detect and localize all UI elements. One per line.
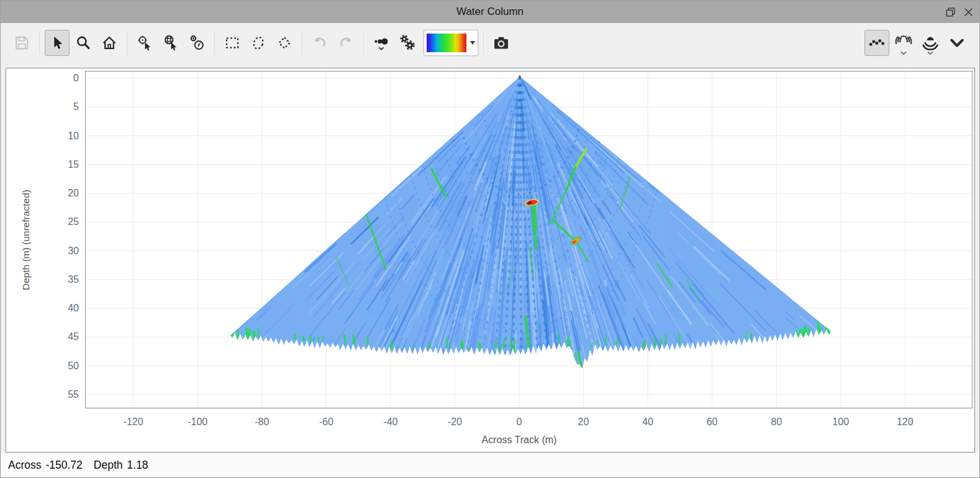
cursor-arrow-icon <box>48 34 66 52</box>
toolbar <box>1 23 979 63</box>
swath-fan-icon <box>922 34 939 52</box>
toolbar-separator <box>39 31 40 55</box>
fan-wedge <box>186 71 833 408</box>
toolbar-separator <box>214 31 215 55</box>
y-tick-label: 20 <box>68 188 79 199</box>
snapshot-button[interactable] <box>489 30 514 56</box>
polygon-select-button[interactable] <box>272 30 297 56</box>
depth-value: 1.18 <box>127 459 148 472</box>
home-icon <box>101 34 118 52</box>
dual-fan-view-button[interactable] <box>891 30 916 56</box>
colormap-button[interactable] <box>424 30 478 56</box>
x-tick-label: 80 <box>771 416 782 428</box>
y-tick-label: 30 <box>68 246 79 257</box>
gears-icon <box>398 34 417 52</box>
toolbar-separator <box>483 31 484 55</box>
x-tick-label: -80 <box>255 416 269 428</box>
chevron-down-icon <box>900 51 907 55</box>
y-tick-label: 15 <box>68 159 79 170</box>
x-tick-label: 60 <box>707 416 718 428</box>
point-size-button[interactable] <box>369 30 394 56</box>
crosshair-cursor-icon <box>136 34 153 52</box>
chevron-down-icon <box>948 34 966 52</box>
chart-panel: Depth (m) (unrefracted) -120-100-80-60-4… <box>6 68 975 453</box>
across-value: -150.72 <box>45 459 82 472</box>
dot-sizes-icon <box>373 34 390 52</box>
settings-button[interactable] <box>395 30 420 56</box>
redo-button[interactable] <box>333 30 358 56</box>
globe-cursor-icon <box>162 34 179 52</box>
toolbar-separator <box>127 31 127 55</box>
compass-pick-button[interactable] <box>184 30 209 56</box>
dashed-diamond-icon <box>276 34 293 52</box>
pick-point-button[interactable] <box>132 30 157 56</box>
chevron-down-icon <box>470 41 475 45</box>
x-tick-label: 40 <box>642 416 653 428</box>
x-tick-label: -100 <box>188 416 207 428</box>
y-tick-label: 0 <box>73 73 79 84</box>
across-label: Across <box>8 459 41 472</box>
home-view-button[interactable] <box>97 30 122 56</box>
close-button[interactable] <box>963 6 974 18</box>
x-tick-label: -120 <box>124 416 143 428</box>
toolbar-separator <box>302 31 302 55</box>
compass-icon <box>188 34 206 52</box>
x-tick-label: -20 <box>448 416 462 428</box>
window-title: Water Column <box>456 6 524 18</box>
view-mode-group <box>864 30 969 56</box>
x-tick-label: 100 <box>832 416 849 428</box>
apex-marker <box>519 75 520 77</box>
redo-arrow-icon <box>337 34 355 52</box>
y-tick-label: 25 <box>68 216 79 228</box>
dual-fan-icon <box>895 34 912 52</box>
zoom-tool-button[interactable] <box>71 30 96 56</box>
titlebar[interactable]: Water Column <box>1 1 979 23</box>
undo-button[interactable] <box>307 30 332 56</box>
depth-label: Depth <box>94 459 123 472</box>
x-tick-label: 20 <box>578 416 589 428</box>
close-icon <box>964 7 973 17</box>
y-tick-label: 50 <box>68 361 79 372</box>
y-tick-label: 5 <box>73 101 79 113</box>
undo-arrow-icon <box>311 34 329 52</box>
dashed-ellipse-icon <box>250 34 267 52</box>
y-tick-label: 35 <box>68 274 79 285</box>
camera-icon <box>492 34 510 52</box>
x-tick-label: 120 <box>897 416 914 428</box>
plot-area[interactable]: Depth (m) (unrefracted) -120-100-80-60-4… <box>85 71 973 408</box>
water-column-plot[interactable] <box>85 71 973 408</box>
float-window-button[interactable] <box>945 6 956 18</box>
points-view-button[interactable] <box>864 30 889 56</box>
y-tick-label: 45 <box>68 331 79 342</box>
y-tick-label: 10 <box>68 131 79 142</box>
y-tick-label: 40 <box>68 303 79 314</box>
collapse-toolbar-button[interactable] <box>945 30 969 56</box>
x-axis-title: Across Track (m) <box>482 434 557 446</box>
float-window-icon <box>946 7 955 17</box>
save-button[interactable] <box>9 30 34 56</box>
floppy-disk-icon <box>13 34 30 52</box>
rectangle-select-button[interactable] <box>220 30 245 56</box>
pointer-tool-button[interactable] <box>45 30 70 56</box>
dashed-rectangle-icon <box>224 34 241 52</box>
toolbar-separator <box>363 31 364 55</box>
magnifier-icon <box>75 34 92 52</box>
water-column-window: Water Column <box>0 0 980 478</box>
pick-geo-button[interactable] <box>158 30 183 56</box>
chevron-down-icon <box>927 51 934 55</box>
x-tick-label: 0 <box>517 416 522 428</box>
scatter-dots-icon <box>868 34 886 52</box>
y-tick-label: 55 <box>68 389 79 400</box>
ellipse-select-button[interactable] <box>246 30 271 56</box>
y-axis-title: Depth (m) (unrefracted) <box>20 71 32 408</box>
fan-view-button[interactable] <box>918 30 943 56</box>
status-bar: Across -150.72 Depth 1.18 <box>1 453 979 477</box>
rainbow-gradient-swatch <box>427 34 466 52</box>
x-tick-label: -60 <box>319 416 333 428</box>
x-tick-label: -40 <box>383 416 397 428</box>
